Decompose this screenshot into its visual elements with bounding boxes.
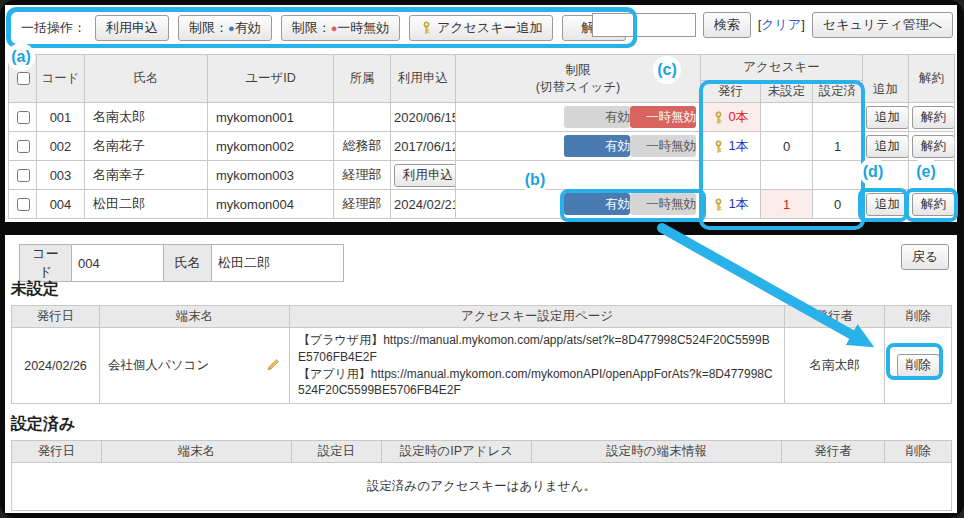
issued-count[interactable]: 1本 (728, 195, 748, 213)
cell-name: 名南幸子 (85, 161, 208, 190)
add-key-button[interactable]: 追加 (866, 135, 909, 158)
limit-enable-prefix: 制限： (189, 20, 228, 35)
empty-message: 設定済みのアクセスキーはありません。 (12, 463, 952, 511)
cell-dept: 総務部 (334, 132, 391, 161)
col-header-code: コード (37, 55, 85, 103)
col-header-apply: 利用申込 (391, 55, 456, 103)
cell-cancel (909, 161, 955, 190)
cell-limit-toggle: 有効一時無効 (456, 190, 701, 219)
col-header-limit: 制限(切替スイッチ) (456, 55, 701, 103)
cell-user-id: mykomon001 (208, 103, 334, 132)
cell-set-count: 1 (813, 132, 863, 161)
search-button[interactable]: 検索 (703, 12, 751, 38)
add-key-button[interactable]: 追加 (866, 193, 909, 216)
row-checkbox[interactable] (17, 198, 30, 211)
add-key-button[interactable]: 追加 (866, 106, 909, 129)
limit-disable-prefix: 制限： (292, 20, 331, 35)
col-header-issuer: 発行者 (782, 441, 885, 463)
bulk-actions-toolbar: 一括操作： 利用申込 制限：●有効 制限：●一時無効 アクセスキー追加 解約 (7, 8, 637, 48)
issued-count[interactable]: 1本 (728, 137, 748, 155)
code-label: コード (20, 245, 72, 282)
bulk-limit-enable-button[interactable]: 制限：●有効 (178, 15, 272, 41)
bulk-apply-button[interactable]: 利用申込 (95, 15, 169, 41)
key-icon (712, 197, 725, 212)
users-table: コード 氏名 ユーザID 所属 利用申込 制限(切替スイッチ) アクセスキー 追… (8, 54, 955, 219)
col-header-issuer: 発行者 (785, 306, 885, 328)
bulk-limit-disable-button[interactable]: 制限：●一時無効 (281, 15, 401, 41)
toggle-disable[interactable]: 一時無効 (630, 135, 696, 157)
cell-unset-count: 1 (761, 190, 813, 219)
back-button[interactable]: 戻る (901, 244, 949, 270)
col-header-set-date: 設定日 (292, 441, 382, 463)
cell-issued: 1本 (701, 190, 761, 219)
cell-issuer: 名南太郎 (785, 328, 885, 404)
user-info-bar: コード 004 氏名 松田二郎 (19, 244, 344, 282)
toggle-disable[interactable]: 一時無効 (630, 193, 696, 215)
cell-set-count: 0 (813, 190, 863, 219)
user-row-001: 001 名南太郎 mykomon001 2020/06/15 有効一時無効 0本… (9, 103, 955, 132)
cell-user-id: mykomon004 (208, 190, 334, 219)
col-header-ip: 設定時のIPアドレス (382, 441, 532, 463)
edit-device-name-icon[interactable] (266, 357, 281, 375)
toggle-enable[interactable]: 有効 (564, 106, 630, 128)
unset-key-row: 2024/02/26 会社個人パソコン 【ブラウザ用】https://manua… (12, 328, 952, 404)
cell-unset-count: 0 (761, 132, 813, 161)
col-header-cancel: 解約 (909, 55, 955, 103)
cell-issued (701, 161, 761, 190)
cancel-button[interactable]: 解約 (912, 193, 955, 216)
bulk-actions-label: 一括操作： (21, 19, 86, 37)
col-header-issue-date: 発行日 (12, 306, 100, 328)
security-management-button[interactable]: セキュリティ管理へ (812, 12, 953, 38)
cancel-button[interactable]: 解約 (912, 106, 955, 129)
cell-name: 名南花子 (85, 132, 208, 161)
clear-link[interactable]: [クリア] (758, 16, 805, 34)
toggle-disable[interactable]: 一時無効 (630, 106, 696, 128)
cancel-button[interactable]: 解約 (912, 135, 955, 158)
cell-unset-count (761, 161, 813, 190)
cell-user-id: mykomon002 (208, 132, 334, 161)
col-header-device-info: 設定時の端末情報 (532, 441, 782, 463)
bulk-add-access-key-button[interactable]: アクセスキー追加 (409, 15, 553, 41)
browser-url-label: 【ブラウザ用】 (298, 333, 383, 347)
cell-unset-count (761, 103, 813, 132)
empty-row: 設定済みのアクセスキーはありません。 (12, 463, 952, 511)
apply-button[interactable]: 利用申込 (394, 164, 456, 187)
cell-issued: 1本 (701, 132, 761, 161)
search-input[interactable] (592, 13, 696, 37)
cell-name: 名南太郎 (85, 103, 208, 132)
set-section-title: 設定済み (11, 414, 75, 435)
toggle-enable[interactable]: 有効 (564, 135, 630, 157)
name-value: 松田二郎 (212, 245, 344, 282)
select-all-checkbox[interactable] (17, 72, 30, 85)
col-header-device: 端末名 (100, 306, 290, 328)
col-header-user-id: ユーザID (208, 55, 334, 103)
cell-code: 003 (37, 161, 85, 190)
clear-label[interactable]: クリア (761, 17, 801, 32)
key-icon (420, 20, 433, 35)
limit-header-line2: (切替スイッチ) (459, 79, 697, 96)
add-access-key-label: アクセスキー追加 (437, 20, 543, 35)
select-all-cell (9, 55, 37, 103)
cell-code: 004 (37, 190, 85, 219)
cell-issue-date: 2024/02/26 (12, 328, 100, 404)
cell-code: 002 (37, 132, 85, 161)
row-checkbox[interactable] (17, 140, 30, 153)
user-row-002: 002 名南花子 mykomon002 総務部 2017/06/12 有効一時無… (9, 132, 955, 161)
access-key-detail-panel: コード 004 氏名 松田二郎 戻る 未設定 発行日 端末名 アクセスキー設定用… (5, 235, 957, 513)
row-checkbox[interactable] (17, 169, 30, 182)
cell-user-id: mykomon003 (208, 161, 334, 190)
cell-limit-toggle: 有効一時無効 (456, 132, 701, 161)
unset-keys-table: 発行日 端末名 アクセスキー設定用ページ 発行者 削除 2024/02/26 会… (11, 305, 952, 404)
toggle-enable[interactable]: 有効 (564, 193, 630, 215)
user-row-004: 004 松田二郎 mykomon004 経理部 2024/02/21 有効一時無… (9, 190, 955, 219)
key-icon (712, 110, 725, 125)
device-name: 会社個人パソコン (108, 357, 209, 374)
cell-dept: 経理部 (334, 161, 391, 190)
cell-code: 001 (37, 103, 85, 132)
cell-dept: 経理部 (334, 190, 391, 219)
delete-key-button[interactable]: 削除 (897, 354, 940, 377)
row-checkbox[interactable] (17, 111, 30, 124)
limit-header-line1: 制限 (459, 62, 697, 79)
cell-apply-date: 2017/06/12 (391, 132, 456, 161)
limit-disable-state: 一時無効 (337, 20, 389, 35)
